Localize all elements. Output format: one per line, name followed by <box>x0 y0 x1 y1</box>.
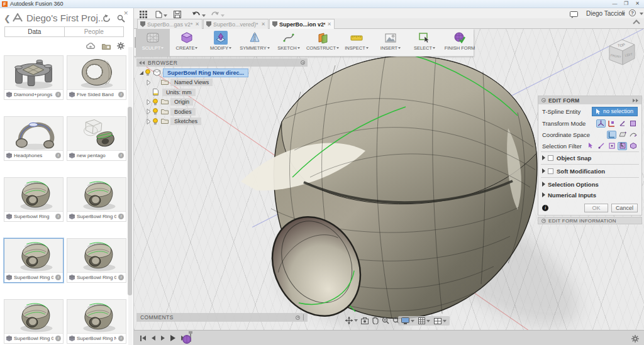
object-snap-row[interactable]: Object Snap <box>538 153 641 163</box>
ribbon-select[interactable]: SELECT <box>408 29 441 57</box>
expand-icon[interactable] <box>542 192 545 197</box>
selection-filter-option-4[interactable] <box>628 142 638 150</box>
expand-icon[interactable] <box>542 155 545 160</box>
tab-data[interactable]: Data <box>5 27 65 36</box>
project-card[interactable]: SuperBowl Ring 0... i <box>4 238 64 283</box>
timeline-gear-icon[interactable] <box>631 334 639 345</box>
step-forward-icon[interactable] <box>161 336 165 341</box>
search-icon[interactable] <box>117 14 125 25</box>
user-menu-caret-icon[interactable] <box>621 13 625 15</box>
refresh-icon[interactable] <box>103 14 111 25</box>
visibility-bulb-icon[interactable] <box>153 118 161 125</box>
browser-options-icon[interactable] <box>301 60 305 65</box>
transform-mode-option-0[interactable] <box>596 119 606 128</box>
play-icon[interactable] <box>170 335 175 341</box>
cancel-button[interactable]: Cancel <box>611 204 638 212</box>
soft-modification-row[interactable]: Soft Modification <box>538 166 641 176</box>
viewcube-top-label[interactable]: TOP <box>618 43 626 48</box>
browser-node-label[interactable]: SuperBowl Ring New direc... <box>163 68 248 77</box>
ribbon-construct[interactable]: CONSTRUCT <box>306 29 340 57</box>
browser-node-label[interactable]: Named Views <box>170 79 213 86</box>
browser-row-named-views[interactable]: Named Views <box>147 78 213 87</box>
user-menu[interactable]: Diego Taccioli <box>586 10 625 17</box>
help-icon[interactable]: ? <box>629 9 636 16</box>
info-icon[interactable]: i <box>118 336 124 341</box>
close-tab-icon[interactable]: ✕ <box>261 21 265 27</box>
ribbon-sculpt[interactable]: SCULPT <box>136 29 170 57</box>
display-settings-icon[interactable] <box>401 317 414 324</box>
numerical-inputs-row[interactable]: Numerical Inputs <box>538 190 641 200</box>
project-card[interactable]: SuperBowl Ring N... i <box>67 299 126 344</box>
ribbon-inspect[interactable]: INSPECT <box>340 29 374 57</box>
close-tab-icon[interactable]: ✕ <box>195 21 199 27</box>
browser-node-label[interactable]: Origin <box>170 98 193 106</box>
ribbon-modify[interactable]: MODIFY <box>204 29 238 57</box>
ok-button[interactable]: OK <box>584 204 608 212</box>
ribbon-symmetry[interactable]: SYMMETRY <box>238 29 272 57</box>
info-icon[interactable]: i <box>55 275 61 280</box>
project-card[interactable]: SuperBowl Ring 02 i <box>67 177 126 222</box>
visibility-bulb-icon[interactable] <box>145 69 153 76</box>
expand-icon[interactable] <box>147 80 153 85</box>
project-card[interactable]: Five Sided Band i <box>67 55 126 100</box>
expand-icon[interactable] <box>542 182 545 187</box>
model-viewport[interactable]: SCULPTCREATEMODIFYSYMMETRYSKETCHCONSTRUC… <box>134 29 644 330</box>
comments-options-icon[interactable] <box>296 315 300 320</box>
close-icon[interactable]: ✕ <box>633 1 641 7</box>
browser-row-superbowl-ring-new-direc-[interactable]: SuperBowl Ring New direc... <box>139 68 248 77</box>
sync-cloud-icon[interactable] <box>86 41 96 52</box>
soft-modification-checkbox[interactable] <box>548 168 553 174</box>
panel-scrollbar[interactable] <box>128 47 133 345</box>
coordinate-space-option-2[interactable] <box>628 131 638 139</box>
info-icon[interactable]: i <box>118 92 124 97</box>
help-caret-icon[interactable] <box>640 13 643 15</box>
info-icon[interactable]: i <box>118 153 124 158</box>
panel-back-icon[interactable]: ❮ <box>4 14 11 23</box>
browser-row-sketches[interactable]: Sketches <box>147 117 201 126</box>
object-snap-checkbox[interactable] <box>548 155 553 161</box>
transform-mode-option-2[interactable] <box>618 119 627 128</box>
form-feature-marker[interactable] <box>182 331 196 345</box>
edit-form-information-bar[interactable]: EDIT FORM INFORMATION <box>538 217 642 224</box>
browser-node-label[interactable]: Sketches <box>170 118 201 125</box>
browser-node-label[interactable]: Bodies <box>170 108 196 116</box>
tab-people[interactable]: People <box>65 27 124 36</box>
project-card[interactable]: Headphones i <box>4 116 64 161</box>
hand-icon[interactable] <box>372 317 379 324</box>
browser-collapse-icon[interactable] <box>139 61 145 65</box>
project-card[interactable]: Diamond+prongs i <box>4 55 64 100</box>
doc-tab-0[interactable]: SuperBo...gas v2*✕ <box>137 19 203 29</box>
doc-tab-1[interactable]: SuperBo...vered)*✕ <box>203 19 269 29</box>
doc-tab-2[interactable]: SuperBo...ion v2*✕ <box>269 19 335 29</box>
look-at-icon[interactable] <box>361 317 369 324</box>
expand-icon[interactable] <box>542 168 545 173</box>
coordinate-space-option-0[interactable] <box>607 131 616 139</box>
selection-filter-option-1[interactable] <box>596 142 606 150</box>
project-card[interactable]: SuperBowl Ring 0... i <box>67 238 126 283</box>
browser-row-bodies[interactable]: Bodies <box>147 107 196 116</box>
gear-icon[interactable] <box>117 41 125 52</box>
ribbon-finish-form[interactable]: FINISH FORM <box>441 29 478 57</box>
info-icon[interactable]: i <box>542 205 548 211</box>
viewports-icon[interactable] <box>434 318 447 324</box>
visibility-bulb-icon[interactable] <box>153 99 161 106</box>
zoom-window-icon[interactable] <box>382 317 389 324</box>
transform-mode-option-3[interactable] <box>628 119 638 128</box>
comments-bar[interactable]: COMMENTS <box>136 313 308 322</box>
collapse-tabs-icon[interactable] <box>633 19 640 26</box>
superbowl-ring-model[interactable] <box>222 47 574 329</box>
tspline-selection-button[interactable]: no selection <box>592 107 638 116</box>
restore-icon[interactable]: ❐ <box>622 1 630 7</box>
project-card[interactable]: SuperBowl Ring 0... i <box>4 299 64 344</box>
expand-icon[interactable] <box>147 109 153 114</box>
ribbon-sketch[interactable]: SKETCH <box>272 29 306 57</box>
browser-node-label[interactable]: Units: mm <box>162 89 196 96</box>
browser-header[interactable]: BROWSER <box>136 58 308 67</box>
selection-filter-option-0[interactable] <box>586 142 595 150</box>
ribbon-insert[interactable]: INSERT <box>374 29 408 57</box>
grid-settings-icon[interactable] <box>418 317 430 324</box>
step-back-icon[interactable] <box>152 336 155 341</box>
new-folder-icon[interactable] <box>102 41 111 52</box>
scrollbar-thumb[interactable] <box>128 107 132 295</box>
pan-icon[interactable] <box>345 317 358 324</box>
